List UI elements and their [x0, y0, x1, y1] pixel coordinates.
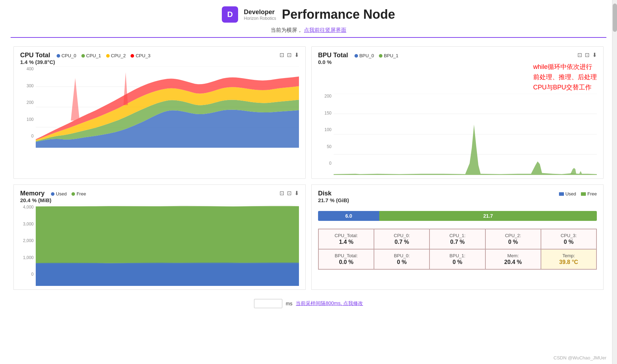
- cpu-panel: CPU Total CPU_0 CPU_1 CPU_2: [13, 46, 306, 179]
- disk-bar: 6.0 21.7: [318, 211, 597, 221]
- stats-cpu3: CPU_3: 0 %: [541, 229, 596, 249]
- bottom-bar: ms 当前采样间隔800ms, 点我修改: [0, 293, 617, 312]
- cpu-legend: CPU_0 CPU_1 CPU_2 CPU_3: [57, 53, 151, 58]
- bpu1-dot: [379, 54, 382, 58]
- memory-panel-icons: ⊡ ⊡ ⬇: [279, 190, 299, 196]
- page-header: D Developer Horizon Robotics Performance…: [0, 0, 617, 25]
- cpu2-dot: [106, 54, 110, 58]
- bpu-icon-expand[interactable]: ⊡: [585, 52, 589, 58]
- disk-used-legend: Used: [559, 191, 576, 196]
- disk-bar-free: 21.7: [379, 211, 597, 221]
- stats-bpu-total: BPU_Total: 0.0 %: [318, 249, 374, 269]
- disk-stats-panel: Disk 21.7 % (GiB) Used Free 6.0: [311, 184, 604, 290]
- bpu-svg: [334, 94, 597, 175]
- cpu-svg: [36, 66, 299, 148]
- disk-legend: Used Free: [559, 191, 597, 196]
- stats-cpu1: CPU_1: 0.7 %: [429, 229, 485, 249]
- cpu-panel-header: CPU Total CPU_0 CPU_1 CPU_2: [20, 52, 299, 65]
- disk-free-legend: Free: [581, 191, 597, 196]
- bpu0-dot: [354, 54, 358, 58]
- disk-used-rect: [559, 192, 564, 196]
- bpu-panel: BPU Total BPU_0 BPU_1 0.0 %: [311, 46, 604, 179]
- bpu-subtitle: 0.0 %: [318, 59, 398, 65]
- disk-bar-container: 6.0 21.7: [318, 210, 597, 222]
- memory-panel-title: Memory: [20, 190, 45, 197]
- bpu0-legend: BPU_0: [354, 53, 374, 58]
- cpu-panel-title: CPU Total: [20, 52, 50, 59]
- disk-panel-header: Disk 21.7 % (GiB) Used Free: [318, 190, 597, 203]
- memory-panel: Memory Used Free 20.4 % (MiB): [13, 184, 306, 290]
- vertical-screen-link[interactable]: 点我前往竖屏界面: [304, 27, 346, 33]
- memory-svg: [36, 205, 299, 286]
- cpu3-dot: [131, 54, 134, 58]
- scrollbar-thumb[interactable]: [613, 4, 617, 32]
- disk-subtitle: 21.7 % (GiB): [318, 197, 349, 203]
- bpu-legend: BPU_0 BPU_1: [354, 53, 398, 58]
- scrollbar[interactable]: [612, 0, 617, 364]
- cpu1-legend: CPU_1: [81, 53, 101, 58]
- cpu-icon-zoom[interactable]: ⊡: [279, 52, 284, 58]
- cpu-chart-canvas: [36, 66, 299, 148]
- stats-bpu1: BPU_1: 0 %: [429, 249, 485, 269]
- page-title: Performance Node: [282, 7, 395, 22]
- watermark: CSDN @WuChao_JMUer: [554, 355, 607, 360]
- stats-cpu-total: CPU_Total: 1.4 %: [318, 229, 374, 249]
- cpu2-legend: CPU_2: [106, 53, 126, 58]
- stats-bpu0: BPU_0: 0 %: [374, 249, 429, 269]
- cpu3-legend: CPU_3: [131, 53, 150, 58]
- stats-temp: Temp: 39.8 °C: [541, 249, 596, 269]
- bpu-chart-canvas: [334, 94, 597, 175]
- bpu-panel-icons: ⊡ ⊡ ⬇: [577, 52, 597, 58]
- stats-cpu0: CPU_0: 0.7 %: [374, 229, 429, 249]
- cpu-chart: 400 300 200 100 0: [20, 66, 299, 148]
- interval-input[interactable]: [254, 299, 282, 308]
- bpu-icon-zoom[interactable]: ⊡: [577, 52, 582, 58]
- stats-grid: CPU_Total: 1.4 % CPU_0: 0.7 % CPU_1: 0.7…: [318, 229, 597, 270]
- stats-cpu2: CPU_2: 0 %: [485, 229, 541, 249]
- bpu-panel-header: BPU Total BPU_0 BPU_1 0.0 %: [318, 52, 597, 92]
- cpu1-dot: [81, 54, 85, 58]
- bpu-icon-download[interactable]: ⬇: [592, 52, 597, 58]
- disk-free-rect: [581, 192, 586, 196]
- cpu-subtitle: 1.4 % (39.8°C): [20, 59, 150, 65]
- memory-icon-download[interactable]: ⬇: [294, 190, 299, 196]
- stats-mem: Mem: 20.4 %: [485, 249, 541, 269]
- cpu-icon-download[interactable]: ⬇: [294, 52, 299, 58]
- memory-chart: 4,000 3,000 2,000 1,000 0: [20, 205, 299, 286]
- bpu-panel-title: BPU Total: [318, 52, 348, 59]
- logo-icon: D: [222, 6, 238, 23]
- memory-legend: Used Free: [51, 191, 86, 196]
- bpu-y-axis: 200 150 100 50 0: [318, 94, 333, 166]
- logo-text: Developer Horizon Robotics: [244, 8, 276, 21]
- memory-chart-canvas: [36, 205, 299, 286]
- cpu0-dot: [57, 54, 60, 58]
- subtitle-bar: 当前为横屏， 点我前往竖屏界面: [0, 25, 617, 37]
- bpu-annotation: while循环中依次进行前处理、推理、后处理CPU与BPU交替工作: [533, 58, 597, 92]
- memory-subtitle: 20.4 % (MiB): [20, 197, 86, 203]
- mem-free-dot: [71, 192, 75, 196]
- cpu0-legend: CPU_0: [57, 53, 76, 58]
- memory-icon-zoom[interactable]: ⊡: [279, 190, 284, 196]
- disk-panel-title: Disk: [318, 190, 331, 197]
- interval-unit: ms: [286, 301, 293, 306]
- mem-used-legend: Used: [51, 191, 67, 196]
- cpu-icon-expand[interactable]: ⊡: [287, 52, 292, 58]
- mem-free-legend: Free: [71, 191, 86, 196]
- memory-y-axis: 4,000 3,000 2,000 1,000 0: [20, 205, 35, 277]
- bottom-section: Memory Used Free 20.4 % (MiB): [0, 182, 617, 293]
- mem-used-dot: [51, 192, 54, 196]
- interval-link[interactable]: 当前采样间隔800ms, 点我修改: [296, 300, 363, 307]
- cpu-y-axis: 400 300 200 100 0: [20, 66, 35, 139]
- memory-icon-expand[interactable]: ⊡: [287, 190, 292, 196]
- memory-panel-header: Memory Used Free 20.4 % (MiB): [20, 190, 299, 203]
- cpu-panel-icons: ⊡ ⊡ ⬇: [279, 52, 299, 58]
- header-divider: [11, 37, 606, 38]
- bpu1-legend: BPU_1: [379, 53, 398, 58]
- bpu-chart: 200 150 100 50 0: [318, 94, 597, 175]
- top-grid: CPU Total CPU_0 CPU_1 CPU_2: [0, 43, 617, 182]
- disk-bar-used: 6.0: [318, 211, 379, 221]
